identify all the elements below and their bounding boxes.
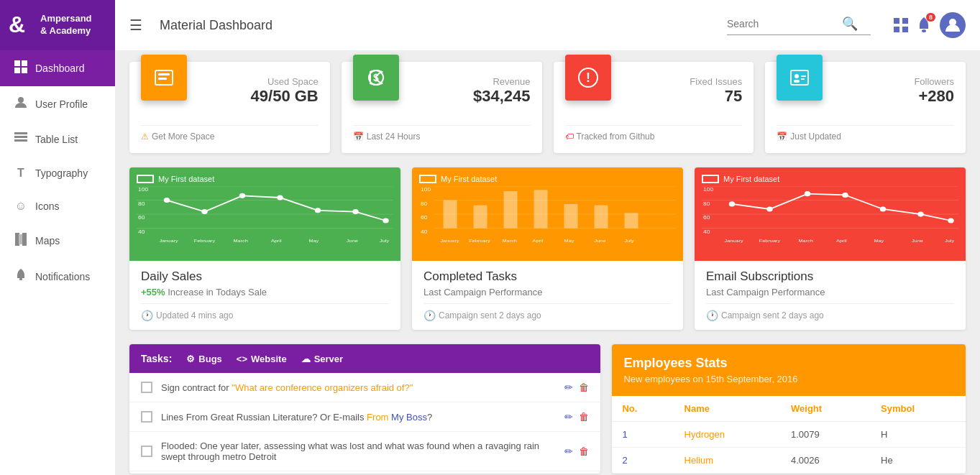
revenue-footer-text: Last 24 Hours [367, 132, 421, 142]
task-checkbox-2[interactable] [141, 411, 152, 423]
col-name: Name [674, 396, 781, 422]
sidebar-item-label: Notifications [35, 271, 90, 282]
svg-rect-66 [595, 206, 608, 229]
employee-weight: 1.0079 [781, 422, 871, 448]
svg-text:June: June [595, 239, 606, 243]
bottom-section: Tasks: ⚙ Bugs <> Website ☁ Server [129, 344, 966, 474]
svg-rect-4 [22, 68, 27, 73]
table-icon [14, 132, 28, 147]
employee-no[interactable]: 2 [612, 448, 674, 474]
task-link-2b[interactable]: My Boss [391, 412, 427, 423]
tasks-body: Sign contract for "What are conference o… [129, 373, 600, 471]
email-subscriptions-bottom: 🕐 Campaign sent 2 days ago [706, 303, 954, 321]
calendar-icon: 📅 [353, 132, 364, 142]
task-edit-button-2[interactable]: ✏ [564, 411, 573, 423]
task-actions-2: ✏ 🗑 [564, 411, 589, 423]
sidebar-item-table-list[interactable]: Table List [0, 122, 115, 157]
email-subscriptions-footer-text: Campaign sent 2 days ago [721, 310, 824, 320]
daily-sales-subtitle-text: Increase in Todays Sale [168, 287, 267, 298]
email-subscriptions-footer: Email Subscriptions Last Campaign Perfor… [695, 261, 966, 330]
tasks-tab-website[interactable]: <> Website [237, 354, 287, 364]
svg-text:May: May [874, 239, 884, 244]
tasks-label: Tasks: [141, 353, 172, 364]
bugs-label: Bugs [198, 354, 222, 364]
employees-subtitle: New employees on 15th September, 2016 [623, 374, 954, 384]
svg-text:June: June [347, 239, 358, 243]
user-avatar[interactable] [940, 12, 966, 38]
task-link-2a[interactable]: From [367, 412, 388, 423]
employee-no[interactable]: 1 [612, 422, 674, 448]
task-text-1: Sign contract for "What are conference o… [161, 382, 556, 393]
task-delete-button-3[interactable]: 🗑 [579, 446, 589, 457]
user-icon [14, 96, 28, 112]
menu-icon[interactable]: ☰ [129, 17, 142, 34]
task-delete-button-2[interactable]: 🗑 [579, 411, 589, 423]
sidebar-item-notifications[interactable]: Notifications [0, 259, 115, 295]
bugs-icon: ⚙ [186, 354, 195, 364]
svg-point-85 [805, 191, 810, 196]
server-label: Server [314, 354, 343, 364]
sidebar-item-icons[interactable]: ☺ Icons [0, 190, 115, 223]
icons-icon: ☺ [14, 200, 28, 213]
svg-point-44 [352, 209, 358, 214]
svg-rect-1 [14, 60, 20, 66]
tasks-tab-server[interactable]: ☁ Server [301, 354, 343, 364]
task-checkbox-1[interactable] [141, 382, 152, 393]
svg-text:40: 40 [421, 229, 428, 234]
task-actions-1: ✏ 🗑 [564, 382, 589, 393]
email-subscriptions-title: Email Subscriptions [706, 269, 954, 284]
task-delete-button-1[interactable]: 🗑 [579, 382, 589, 393]
completed-tasks-footer-text: Campaign sent 2 days ago [439, 310, 541, 320]
daily-sales-dataset-label: My First dataset [158, 175, 214, 183]
main-content: ☰ Material Dashboard 🔍 8 [115, 0, 980, 475]
svg-text:February: February [469, 239, 490, 244]
sidebar-item-user-profile[interactable]: User Profile [0, 86, 115, 122]
sidebar-item-label: User Profile [35, 98, 88, 110]
svg-rect-15 [894, 27, 899, 32]
employee-name: Helium [674, 448, 781, 474]
revenue-footer: 📅 Last 24 Hours [353, 125, 531, 142]
task-row: Lines From Great Russian Literature? Or … [129, 402, 600, 432]
search-input[interactable] [727, 18, 842, 29]
task-row: Sign contract for "What are conference o… [129, 373, 600, 402]
stat-card-used-space: Used Space 49/50 GB ⚠ Get More Space [129, 62, 330, 153]
table-row: 1 Hydrogen 1.0079 H [612, 422, 966, 448]
chart-card-email-subscriptions: My First dataset 100 80 60 40 [695, 167, 966, 330]
svg-point-39 [164, 198, 170, 203]
task-checkbox-3[interactable] [141, 446, 152, 457]
task-link-1[interactable]: "What are conference organizers afraid o… [232, 382, 413, 393]
sidebar-item-typography[interactable]: T Typography [0, 157, 115, 190]
task-edit-button-3[interactable]: ✏ [564, 446, 573, 457]
fixed-issues-footer: 🏷 Tracked from Github [565, 125, 743, 142]
grid-button[interactable] [894, 18, 908, 32]
svg-text:February: February [194, 239, 216, 244]
svg-text:100: 100 [138, 187, 149, 193]
svg-text:May: May [308, 239, 319, 244]
svg-rect-65 [564, 204, 578, 229]
stat-cards-grid: Used Space 49/50 GB ⚠ Get More Space $ [129, 62, 966, 153]
col-symbol: Symbol [871, 396, 966, 422]
svg-rect-7 [14, 136, 27, 138]
svg-point-43 [315, 208, 321, 213]
search-icon[interactable]: 🔍 [842, 16, 858, 32]
typography-icon: T [14, 167, 28, 180]
notification-badge: 8 [926, 13, 935, 22]
employee-symbol: H [871, 422, 966, 448]
svg-point-17 [922, 29, 926, 32]
daily-sales-subtitle: +55% Increase in Todays Sale [141, 287, 389, 298]
header: ☰ Material Dashboard 🔍 8 [115, 0, 980, 50]
stat-card-fixed-issues: ! Fixed Issues 75 🏷 Tracked from Github [554, 62, 754, 153]
sidebar-item-maps[interactable]: Maps [0, 223, 115, 259]
sidebar-item-label: Table List [35, 134, 78, 145]
chart-cards-grid: My First dataset 100 80 60 40 [129, 167, 966, 330]
sidebar-item-dashboard[interactable]: Dashboard [0, 50, 115, 86]
svg-point-86 [842, 193, 848, 198]
warning-icon: ⚠ [141, 132, 149, 142]
svg-point-88 [917, 212, 923, 217]
tasks-tab-bugs[interactable]: ⚙ Bugs [186, 354, 222, 364]
svg-rect-30 [801, 78, 805, 80]
task-edit-button-1[interactable]: ✏ [564, 382, 573, 393]
notifications-button[interactable]: 8 [917, 17, 931, 33]
followers-icon [777, 55, 823, 101]
completed-tasks-subtitle: Last Campaign Performance [423, 287, 672, 298]
